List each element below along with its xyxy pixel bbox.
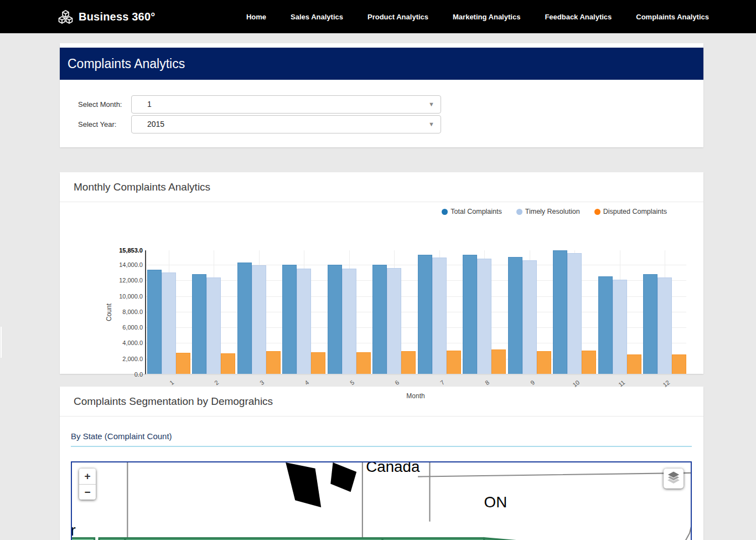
layers-icon	[666, 470, 681, 487]
nav-items: Home Sales Analytics Product Analytics M…	[246, 13, 709, 21]
nav-item-complaints-analytics[interactable]: Complaints Analytics	[636, 13, 709, 21]
zoom-in-button[interactable]: +	[79, 469, 96, 484]
bar-timely-resolution	[477, 259, 491, 374]
y-tick-label: 2,000.0	[99, 356, 143, 362]
plot-area: 123456789101112	[145, 250, 686, 374]
brand[interactable]: Business 360°	[58, 9, 155, 24]
layers-button[interactable]	[664, 469, 683, 488]
bar-timely-resolution	[297, 269, 311, 374]
bar-group-month-2	[191, 250, 237, 374]
bar-group-month-8	[462, 250, 508, 374]
bar-timely-resolution	[567, 253, 582, 374]
year-select-value: 2015	[147, 120, 164, 128]
y-tick-label: 12,000.0	[99, 277, 143, 284]
page-title: Complaints Analytics	[68, 56, 185, 71]
monthly-chart-card: Monthly Complaints Analytics Total Compl…	[60, 172, 703, 374]
choropleth-map[interactable]: Canada ON Vancouver Seattle WA OR ID MT …	[71, 461, 692, 540]
map-label-on: ON	[484, 493, 508, 511]
year-filter-row: Select Year: 2015 ▼	[60, 115, 703, 133]
legend-dot-icon	[516, 209, 522, 215]
map-zoom-control: + −	[79, 469, 96, 500]
map-label-vancouver: Vancouver	[72, 522, 76, 539]
bar-disputed-complaints	[266, 351, 281, 374]
legend-label: Total Complaints	[451, 208, 501, 215]
bar-disputed-complaints	[627, 354, 641, 374]
bar-disputed-complaints	[401, 351, 416, 374]
nav-item-product-analytics[interactable]: Product Analytics	[367, 13, 428, 21]
legend-dot-icon	[594, 209, 600, 215]
brand-title: Business 360°	[79, 11, 155, 23]
legend-dot-icon	[442, 209, 448, 215]
zoom-out-button[interactable]: −	[79, 484, 96, 500]
bar-disputed-complaints	[176, 353, 190, 374]
top-navbar: Business 360° Home Sales Analytics Produ…	[0, 0, 756, 33]
bar-group-month-4	[282, 250, 327, 374]
bar-group-month-9	[507, 250, 552, 374]
cubes-logo-icon	[58, 9, 73, 24]
monthly-section-title: Monthly Complaints Analytics	[74, 181, 210, 193]
y-axis-ticks: 15,853.014,000.012,000.010,000.08,000.06…	[99, 250, 143, 374]
bar-total-complaints	[643, 274, 657, 374]
select-month-label: Select Month:	[78, 100, 131, 109]
y-tick-label: 14,000.0	[99, 261, 143, 268]
page-title-banner: Complaints Analytics	[60, 48, 703, 80]
accent-rule	[71, 446, 692, 447]
bar-group-month-5	[327, 250, 372, 374]
bar-timely-resolution	[252, 265, 266, 374]
nav-item-marketing-analytics[interactable]: Marketing Analytics	[453, 13, 520, 21]
bar-group-month-1	[146, 250, 191, 374]
bar-timely-resolution	[342, 269, 356, 374]
monthly-section-header: Monthly Complaints Analytics	[60, 172, 703, 202]
legend-label: Timely Resolution	[525, 208, 580, 215]
bar-disputed-complaints	[221, 353, 235, 374]
bar-group-month-3	[236, 250, 282, 374]
y-tick-label: 6,000.0	[99, 324, 143, 331]
bar-group-month-11	[597, 250, 643, 374]
bar-total-complaints	[237, 263, 252, 374]
bar-disputed-complaints	[672, 354, 686, 374]
bar-disputed-complaints	[582, 351, 596, 374]
legend-item[interactable]: Disputed Complaints	[594, 208, 667, 215]
bar-group-month-12	[643, 250, 688, 374]
y-tick-label: 15,853.0	[99, 247, 143, 254]
bar-disputed-complaints	[537, 351, 551, 374]
left-edge-scroll-sliver	[1, 327, 2, 358]
chevron-down-icon: ▼	[428, 101, 434, 107]
y-tick-label: 10,000.0	[99, 293, 143, 300]
year-select[interactable]: 2015 ▼	[131, 115, 441, 133]
chevron-down-icon: ▼	[428, 121, 434, 127]
bar-timely-resolution	[162, 272, 176, 374]
bar-total-complaints	[463, 255, 477, 374]
bar-total-complaints	[282, 265, 297, 374]
bar-total-complaints	[418, 255, 432, 374]
month-filter-row: Select Month: 1 ▼	[60, 95, 703, 114]
nav-item-sales-analytics[interactable]: Sales Analytics	[291, 13, 343, 21]
y-tick-label: 0.0	[99, 371, 143, 378]
month-select[interactable]: 1 ▼	[131, 95, 441, 114]
bar-group-month-10	[552, 250, 598, 374]
nav-item-home[interactable]: Home	[246, 13, 266, 21]
by-state-subtitle: By State (Complaint Count)	[71, 431, 703, 441]
bar-timely-resolution	[432, 258, 447, 374]
filters-card: Complaints Analytics Select Month: 1 ▼ S…	[60, 43, 703, 147]
bar-disputed-complaints	[491, 349, 506, 374]
bar-disputed-complaints	[447, 351, 461, 374]
bar-total-complaints	[508, 257, 522, 374]
bar-timely-resolution	[613, 280, 627, 374]
legend-item[interactable]: Total Complaints	[442, 208, 501, 215]
bar-timely-resolution	[657, 277, 672, 374]
bar-group-month-6	[372, 250, 417, 374]
demographics-card: Complaints Segmentation by Demograhics B…	[60, 387, 703, 540]
map-canvas[interactable]: Canada ON Vancouver Seattle WA OR ID MT …	[72, 462, 691, 540]
legend-item[interactable]: Timely Resolution	[516, 208, 580, 215]
y-tick-label: 4,000.0	[99, 340, 143, 346]
y-tick-label: 8,000.0	[99, 308, 143, 315]
month-select-value: 1	[147, 100, 152, 109]
bar-total-complaints	[598, 276, 613, 374]
bar-timely-resolution	[206, 277, 221, 374]
bar-total-complaints	[372, 265, 387, 374]
bar-total-complaints	[192, 274, 206, 374]
map-label-canada: Canada	[366, 462, 420, 475]
nav-item-feedback-analytics[interactable]: Feedback Analytics	[545, 13, 612, 21]
bar-disputed-complaints	[356, 352, 371, 374]
